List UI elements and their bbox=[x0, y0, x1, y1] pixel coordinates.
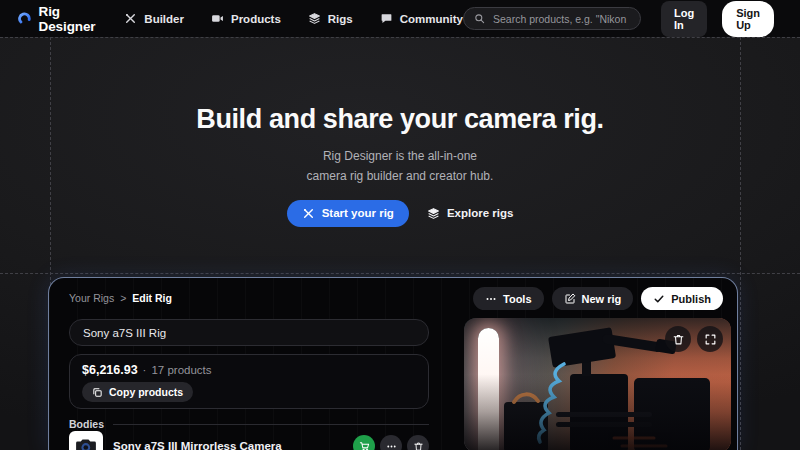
nav-item-label: Rigs bbox=[328, 13, 353, 25]
crossed-tools-icon bbox=[124, 12, 137, 25]
copy-icon bbox=[92, 387, 103, 398]
preview-delete-button[interactable] bbox=[665, 326, 691, 352]
nav-items: Builder Products Rigs Community bbox=[124, 12, 463, 25]
crossed-tools-icon bbox=[302, 207, 315, 220]
nav-item-builder[interactable]: Builder bbox=[124, 12, 184, 25]
product-delete-button[interactable] bbox=[407, 435, 429, 450]
page: Rig Designer Builder Products Rigs bbox=[0, 0, 800, 450]
rig-price-row: $6,216.93 · 17 products bbox=[82, 363, 416, 377]
log-in-button[interactable]: Log In bbox=[661, 1, 707, 37]
hero-subtitle-line2: camera rig builder and creator hub. bbox=[307, 169, 494, 183]
brand-name: Rig Designer bbox=[39, 4, 101, 34]
camera-thumb-icon bbox=[74, 436, 98, 450]
publish-button[interactable]: Publish bbox=[641, 287, 723, 310]
tools-button[interactable]: Tools bbox=[473, 287, 544, 310]
price-separator: · bbox=[143, 364, 147, 376]
start-your-rig-button[interactable]: Start your rig bbox=[287, 200, 409, 227]
guide-line-right bbox=[740, 37, 741, 450]
rig-editor-panel: Your Rigs > Edit Rig Tools New rig bbox=[48, 277, 738, 450]
sign-up-button[interactable]: Sign Up bbox=[722, 1, 774, 37]
start-your-rig-label: Start your rig bbox=[322, 207, 394, 219]
hero-title: Build and share your camera rig. bbox=[0, 104, 800, 135]
rig-name-input[interactable] bbox=[69, 319, 429, 346]
nav-item-label: Community bbox=[400, 13, 463, 25]
nav-item-rigs[interactable]: Rigs bbox=[308, 12, 353, 25]
layers-icon bbox=[427, 207, 440, 220]
explore-rigs-button[interactable]: Explore rigs bbox=[427, 207, 513, 220]
brand-logo[interactable]: Rig Designer bbox=[18, 4, 100, 34]
video-camera-icon bbox=[211, 12, 224, 25]
section-divider bbox=[113, 424, 429, 425]
new-rig-button[interactable]: New rig bbox=[552, 287, 634, 310]
ellipsis-icon bbox=[485, 293, 497, 305]
layers-icon bbox=[308, 12, 321, 25]
trash-icon bbox=[413, 441, 424, 450]
preview-expand-button[interactable] bbox=[697, 326, 723, 352]
expand-icon bbox=[704, 333, 717, 346]
bodies-section-label: Bodies bbox=[69, 418, 104, 430]
logo-arc-icon bbox=[18, 10, 32, 28]
cart-icon bbox=[359, 441, 370, 450]
product-list-item[interactable]: Sony a7S III Mirrorless Camera bbox=[69, 431, 429, 450]
guide-line-top bbox=[0, 37, 800, 38]
breadcrumb-parent[interactable]: Your Rigs bbox=[69, 292, 114, 304]
editor-toolbar: Tools New rig Publish bbox=[473, 287, 723, 310]
new-rig-label: New rig bbox=[582, 293, 622, 305]
rig-photo-preview[interactable] bbox=[464, 318, 731, 450]
search-input[interactable] bbox=[491, 12, 630, 26]
add-to-cart-button[interactable] bbox=[353, 435, 375, 450]
auth-buttons: Log In Sign Up bbox=[661, 1, 774, 37]
trash-icon bbox=[672, 333, 685, 346]
copy-products-button[interactable]: Copy products bbox=[82, 382, 193, 402]
product-more-button[interactable] bbox=[380, 435, 402, 450]
preview-actions bbox=[665, 326, 723, 352]
hero-subtitle: Rig Designer is the all-in-one camera ri… bbox=[0, 147, 800, 187]
edit-pencil-icon bbox=[564, 293, 576, 305]
product-item-actions bbox=[353, 435, 429, 450]
copy-products-label: Copy products bbox=[109, 386, 183, 398]
chat-bubble-icon bbox=[380, 12, 393, 25]
hero-section: Build and share your camera rig. Rig Des… bbox=[0, 104, 800, 227]
search-icon bbox=[474, 13, 485, 24]
product-title: Sony a7S III Mirrorless Camera bbox=[113, 440, 343, 450]
rig-summary-card: $6,216.93 · 17 products Copy products bbox=[69, 354, 429, 409]
product-thumbnail bbox=[69, 431, 103, 450]
breadcrumb-separator: > bbox=[120, 292, 126, 304]
tools-label: Tools bbox=[503, 293, 532, 305]
nav-item-label: Products bbox=[231, 13, 281, 25]
bodies-section-header: Bodies bbox=[69, 418, 429, 430]
nav-item-community[interactable]: Community bbox=[380, 12, 463, 25]
nav-item-label: Builder bbox=[144, 13, 184, 25]
search-bar[interactable] bbox=[463, 7, 641, 30]
ellipsis-icon bbox=[386, 441, 397, 450]
nav-item-products[interactable]: Products bbox=[211, 12, 281, 25]
publish-label: Publish bbox=[671, 293, 711, 305]
rig-total-price: $6,216.93 bbox=[82, 363, 138, 377]
hero-subtitle-line1: Rig Designer is the all-in-one bbox=[323, 149, 477, 163]
top-nav: Rig Designer Builder Products Rigs bbox=[0, 0, 800, 37]
check-icon bbox=[653, 293, 665, 305]
breadcrumb-current: Edit Rig bbox=[132, 292, 172, 304]
hero-cta-row: Start your rig Explore rigs bbox=[0, 200, 800, 227]
explore-rigs-label: Explore rigs bbox=[447, 207, 513, 219]
rig-product-count: 17 products bbox=[151, 364, 211, 376]
guide-line-middle bbox=[0, 273, 800, 274]
breadcrumb: Your Rigs > Edit Rig bbox=[69, 292, 172, 304]
